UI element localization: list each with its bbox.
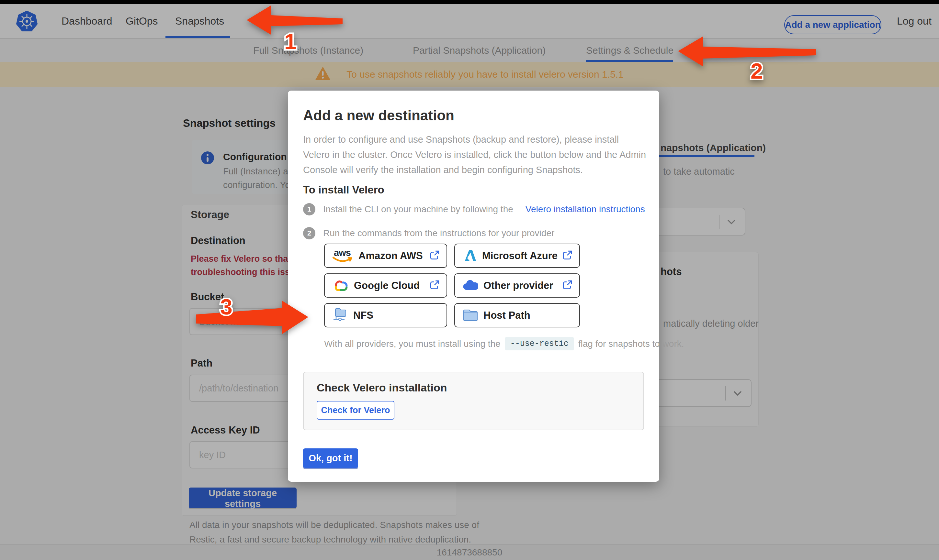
provider-label: Microsoft Azure <box>482 250 558 262</box>
ok-got-it-button[interactable]: Ok, got it! <box>303 448 358 468</box>
azure-icon <box>463 249 477 263</box>
provider-label: Host Path <box>483 309 530 321</box>
use-restic-code-chip: --use-restic <box>505 337 574 350</box>
modal-title: Add a new destination <box>303 108 454 123</box>
external-link-icon <box>562 250 573 262</box>
install-step-2: 2 Run the commands from the instructions… <box>303 227 554 239</box>
provider-microsoft-azure[interactable]: Microsoft Azure <box>454 244 580 268</box>
restic-note: With all providers, you must install usi… <box>324 337 684 350</box>
external-link-icon <box>429 250 440 262</box>
provider-other[interactable]: Other provider <box>454 273 580 298</box>
note-text: With all providers, you must install usi… <box>324 339 501 349</box>
provider-amazon-aws[interactable]: aws Amazon AWS <box>324 244 447 268</box>
nfs-folder-icon <box>333 307 348 323</box>
provider-grid: aws Amazon AWS <box>324 244 580 328</box>
provider-label: NFS <box>353 309 373 321</box>
install-velero-heading: To install Velero <box>303 184 384 196</box>
modal-intro-text: In order to configure and use Snapshots … <box>303 132 646 178</box>
add-destination-modal: Add a new destination In order to config… <box>288 91 659 482</box>
install-step-1: 1 Install the CLI on your machine by fol… <box>303 203 645 215</box>
provider-google-cloud[interactable]: Google Cloud <box>324 273 447 298</box>
velero-install-instructions-link[interactable]: Velero installation instructions <box>526 204 645 214</box>
external-link-icon <box>429 280 440 292</box>
step-text: Run the commands from the instructions f… <box>323 228 554 238</box>
admin-console-screen: Dashboard GitOps Snapshots Add a new app… <box>0 0 939 560</box>
provider-host-path[interactable]: Host Path <box>454 303 580 328</box>
step-text: Install the CLI on your machine by follo… <box>323 204 513 214</box>
note-text: flag for snapshots to work. <box>578 339 684 349</box>
cloud-icon <box>463 279 478 292</box>
step-number-badge: 2 <box>303 227 315 239</box>
provider-label: Google Cloud <box>354 280 419 291</box>
provider-label: Amazon AWS <box>358 250 423 262</box>
check-for-velero-button[interactable]: Check for Velero <box>317 401 395 420</box>
step-number-badge: 1 <box>303 203 315 215</box>
check-velero-section: Check Velero installation Check for Vele… <box>303 372 644 430</box>
provider-nfs[interactable]: NFS <box>324 303 447 328</box>
folder-icon <box>463 308 478 323</box>
external-link-icon <box>562 280 573 292</box>
provider-label: Other provider <box>483 280 553 291</box>
google-cloud-icon <box>333 278 349 293</box>
aws-icon: aws <box>333 248 353 264</box>
check-velero-heading: Check Velero installation <box>317 382 447 394</box>
